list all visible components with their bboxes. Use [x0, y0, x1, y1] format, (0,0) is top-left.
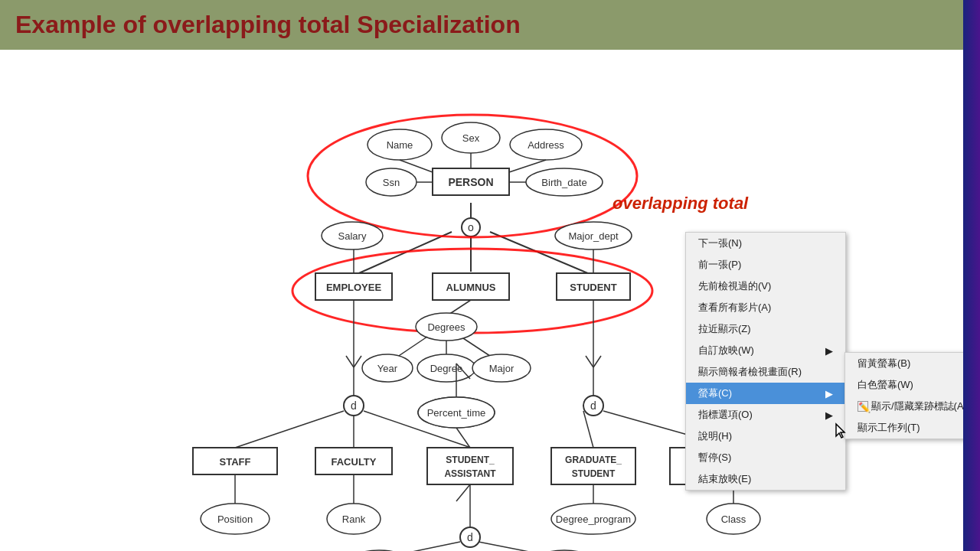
submenu-item-white[interactable]: 白色螢幕(W): [845, 374, 963, 396]
svg-text:Salary: Salary: [338, 230, 367, 242]
menu-item-pointer[interactable]: 指標選項(O) ▶: [686, 404, 845, 425]
submenu: 留黃螢幕(B) 白色螢幕(W) ✏️ 顯示/隱藏業跡標誌(A) 顯示工作列(T): [844, 352, 963, 439]
context-menu: 下一張(N) 前一張(P) 先前檢視過的(V) 查看所有影片(A) 拉近顯示(Z…: [685, 232, 846, 491]
submenu-item-show-hide[interactable]: ✏️ 顯示/隱藏業跡標誌(A): [845, 396, 963, 417]
svg-text:Degrees: Degrees: [427, 321, 466, 333]
overlap-label: overlapping total: [612, 194, 748, 214]
svg-line-80: [593, 356, 601, 367]
submenu-item-yellow[interactable]: 留黃螢幕(B): [845, 353, 963, 374]
svg-text:PERSON: PERSON: [448, 176, 493, 188]
svg-text:ASSISTANT: ASSISTANT: [444, 468, 496, 479]
svg-line-83: [583, 411, 593, 448]
svg-line-79: [586, 356, 593, 367]
svg-text:Rank: Rank: [342, 514, 366, 525]
menu-item-help[interactable]: 說明(H): [686, 425, 845, 447]
svg-line-100: [379, 542, 460, 551]
svg-line-16: [509, 160, 546, 172]
svg-text:GRADUATE_: GRADUATE_: [565, 455, 622, 465]
main-content: o PERSON Name Sex Address Ssn Birth_date: [0, 50, 963, 551]
svg-line-70: [456, 484, 470, 501]
svg-line-103: [479, 542, 564, 551]
menu-item-prev-view[interactable]: 先前檢視過的(V): [686, 276, 845, 297]
menu-item-zoom[interactable]: 拉近顯示(Z): [686, 318, 845, 340]
svg-text:STUDENT_: STUDENT_: [446, 455, 495, 465]
svg-line-51: [354, 356, 361, 367]
svg-text:ALUMNUS: ALUMNUS: [446, 282, 496, 293]
svg-text:STUDENT: STUDENT: [572, 468, 616, 479]
menu-item-screen[interactable]: 螢幕(C) ▶: [686, 383, 845, 404]
svg-text:Birth_date: Birth_date: [541, 177, 586, 188]
menu-item-end[interactable]: 結束放映(E): [686, 468, 845, 490]
svg-text:Major_dept: Major_dept: [568, 230, 618, 242]
svg-text:o: o: [468, 221, 474, 233]
right-sidebar-stripe: [963, 0, 980, 551]
menu-item-prev[interactable]: 前一張(P): [686, 254, 845, 276]
svg-line-50: [346, 356, 354, 367]
svg-text:Ssn: Ssn: [383, 177, 400, 188]
menu-item-presenter[interactable]: 顯示簡報者檢視畫面(R): [686, 361, 845, 383]
svg-text:FACULTY: FACULTY: [332, 456, 377, 468]
cursor-icon: [835, 422, 850, 438]
svg-text:d: d: [590, 399, 596, 412]
svg-text:STUDENT: STUDENT: [570, 282, 616, 293]
svg-text:Major: Major: [489, 363, 514, 374]
svg-text:Percent_time: Percent_time: [427, 407, 486, 419]
svg-line-54: [235, 411, 344, 448]
show-hide-icon: ✏️: [858, 401, 868, 412]
svg-text:Sex: Sex: [462, 132, 480, 144]
svg-text:EMPLOYEE: EMPLOYEE: [326, 282, 382, 293]
svg-text:d: d: [467, 531, 473, 543]
menu-item-custom[interactable]: 自訂放映(W) ▶: [686, 340, 845, 361]
menu-item-pause[interactable]: 暫停(S): [686, 447, 845, 468]
svg-text:Position: Position: [217, 514, 253, 525]
header: Example of overlapping total Specializat…: [0, 0, 980, 50]
page-title: Example of overlapping total Specializat…: [15, 11, 521, 39]
svg-text:d: d: [351, 399, 357, 412]
menu-item-next[interactable]: 下一張(N): [686, 233, 845, 254]
submenu-item-taskbar[interactable]: 顯示工作列(T): [845, 417, 963, 439]
svg-text:Degree_program: Degree_program: [556, 514, 631, 525]
svg-text:Year: Year: [377, 363, 398, 374]
svg-text:Class: Class: [721, 514, 746, 525]
svg-text:STAFF: STAFF: [220, 456, 251, 468]
svg-text:Name: Name: [387, 139, 413, 151]
menu-item-all-videos[interactable]: 查看所有影片(A): [686, 297, 845, 318]
svg-text:Address: Address: [528, 139, 564, 151]
